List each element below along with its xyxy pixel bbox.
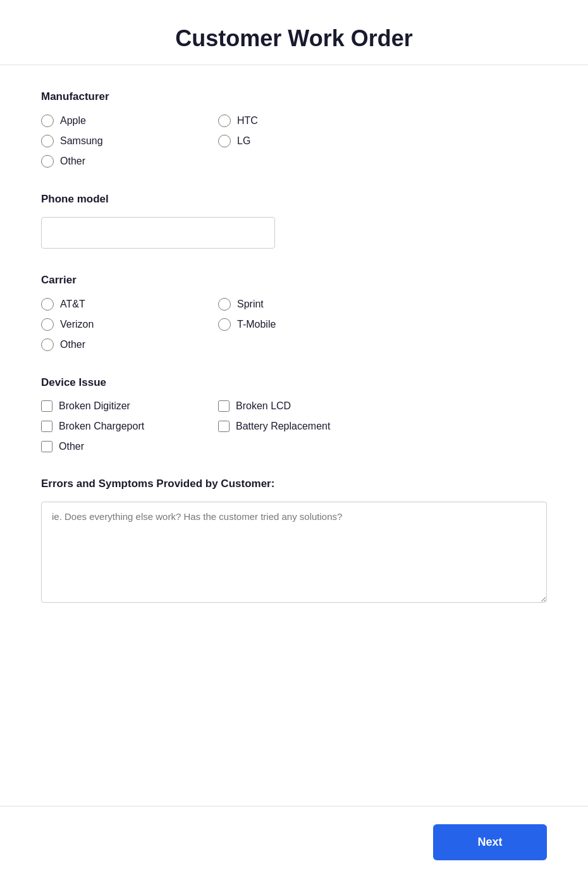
radio-tmobile[interactable]: T-Mobile	[218, 318, 395, 331]
manufacturer-label: Manufacturer	[41, 90, 547, 103]
checkbox-broken-chargeport[interactable]: Broken Chargeport	[41, 421, 218, 432]
errors-symptoms-textarea[interactable]	[41, 502, 547, 603]
radio-samsung-input[interactable]	[41, 135, 54, 147]
checkbox-other-issue-input[interactable]	[41, 441, 52, 452]
radio-other-mfr-input[interactable]	[41, 155, 54, 168]
checkbox-broken-digitizer-input[interactable]	[41, 400, 52, 412]
phone-model-section: Phone model	[41, 193, 547, 249]
radio-sprint-input[interactable]	[218, 298, 231, 311]
radio-other-carrier-input[interactable]	[41, 338, 54, 351]
errors-symptoms-label: Errors and Symptoms Provided by Customer…	[41, 478, 547, 490]
checkbox-broken-lcd[interactable]: Broken LCD	[218, 400, 395, 412]
radio-apple-input[interactable]	[41, 114, 54, 127]
errors-symptoms-section: Errors and Symptoms Provided by Customer…	[41, 478, 547, 605]
radio-other-mfr[interactable]: Other	[41, 155, 218, 168]
carrier-label: Carrier	[41, 274, 547, 287]
carrier-section: Carrier AT&T Sprint Verizon T-Mobile	[41, 274, 547, 351]
checkbox-broken-chargeport-label: Broken Chargeport	[59, 421, 144, 432]
manufacturer-section: Manufacturer Apple HTC Samsung LG	[41, 90, 547, 168]
radio-htc-input[interactable]	[218, 114, 231, 127]
form-body: Manufacturer Apple HTC Samsung LG	[0, 65, 588, 806]
radio-htc-label: HTC	[237, 115, 258, 127]
radio-verizon-label: Verizon	[60, 319, 94, 330]
checkbox-battery-replacement[interactable]: Battery Replacement	[218, 421, 395, 432]
device-issue-label: Device Issue	[41, 376, 547, 389]
checkbox-battery-replacement-label: Battery Replacement	[236, 421, 330, 432]
device-issue-options: Broken Digitizer Broken LCD Broken Charg…	[41, 400, 395, 452]
checkbox-broken-digitizer[interactable]: Broken Digitizer	[41, 400, 218, 412]
radio-other-carrier-label: Other	[60, 339, 85, 350]
checkbox-broken-digitizer-label: Broken Digitizer	[59, 400, 130, 412]
page-container: Customer Work Order Manufacturer Apple H…	[0, 0, 588, 878]
checkbox-other-issue-label: Other	[59, 441, 84, 452]
radio-tmobile-input[interactable]	[218, 318, 231, 331]
radio-other-mfr-label: Other	[60, 156, 85, 167]
radio-lg-input[interactable]	[218, 135, 231, 147]
radio-verizon-input[interactable]	[41, 318, 54, 331]
radio-att[interactable]: AT&T	[41, 298, 218, 311]
checkbox-battery-replacement-input[interactable]	[218, 421, 230, 432]
radio-lg-label: LG	[237, 135, 250, 147]
checkbox-broken-lcd-input[interactable]	[218, 400, 230, 412]
radio-htc[interactable]: HTC	[218, 114, 395, 127]
phone-model-label: Phone model	[41, 193, 547, 206]
phone-model-input[interactable]	[41, 217, 275, 249]
device-issue-section: Device Issue Broken Digitizer Broken LCD…	[41, 376, 547, 452]
page-title: Customer Work Order	[13, 25, 575, 52]
radio-sprint[interactable]: Sprint	[218, 298, 395, 311]
page-header: Customer Work Order	[0, 0, 588, 65]
radio-samsung[interactable]: Samsung	[41, 135, 218, 147]
checkbox-other-issue[interactable]: Other	[41, 441, 218, 452]
radio-apple[interactable]: Apple	[41, 114, 218, 127]
radio-att-input[interactable]	[41, 298, 54, 311]
next-button[interactable]: Next	[433, 824, 547, 860]
checkbox-broken-lcd-label: Broken LCD	[236, 400, 291, 412]
radio-att-label: AT&T	[60, 299, 85, 310]
checkbox-broken-chargeport-input[interactable]	[41, 421, 52, 432]
radio-tmobile-label: T-Mobile	[237, 319, 276, 330]
manufacturer-options: Apple HTC Samsung LG Other	[41, 114, 395, 168]
radio-other-carrier[interactable]: Other	[41, 338, 218, 351]
radio-apple-label: Apple	[60, 115, 86, 127]
carrier-options: AT&T Sprint Verizon T-Mobile Other	[41, 298, 395, 351]
radio-samsung-label: Samsung	[60, 135, 103, 147]
radio-lg[interactable]: LG	[218, 135, 395, 147]
radio-sprint-label: Sprint	[237, 299, 264, 310]
page-footer: Next	[0, 806, 588, 878]
radio-verizon[interactable]: Verizon	[41, 318, 218, 331]
